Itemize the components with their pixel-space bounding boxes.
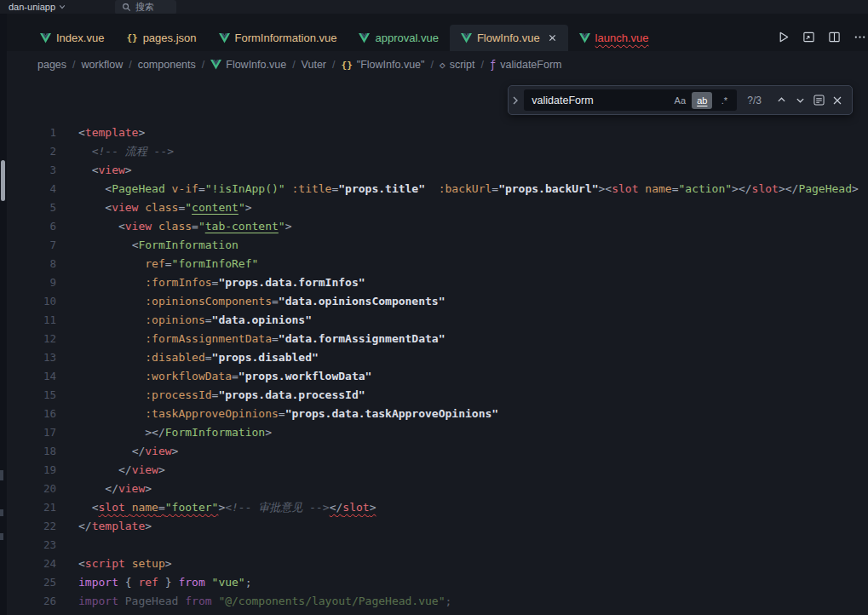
breadcrumb-item-validateForm[interactable]: ƒvalidateForm <box>490 59 561 71</box>
breadcrumb-label: script <box>450 59 475 71</box>
code-line[interactable]: 18 </view> <box>7 442 868 461</box>
line-number[interactable]: 14 <box>7 367 56 386</box>
regex-toggle[interactable]: .* <box>714 92 734 109</box>
editor[interactable]: 1<template>2 <!-- 流程 -->3 <view>4 <PageH… <box>7 78 868 615</box>
code-line[interactable]: 19 </view> <box>7 461 868 480</box>
code-line[interactable]: 23 <box>7 536 868 555</box>
close-icon[interactable] <box>548 33 557 43</box>
line-number[interactable]: 16 <box>7 405 56 423</box>
code-line[interactable]: 9 :formInfos="props.data.formInfos" <box>7 273 868 292</box>
line-number[interactable]: 1 <box>7 124 56 142</box>
code-line[interactable]: 14 :workflowData="props.workflowData" <box>7 367 868 386</box>
breadcrumb-item-FlowInfo.vue[interactable]: {}"FlowInfo.vue" <box>342 59 425 71</box>
code-line[interactable]: 25import { ref } from "vue"; <box>7 573 868 592</box>
line-number[interactable]: 6 <box>7 217 56 236</box>
line-number[interactable]: 11 <box>7 311 56 330</box>
whole-word-toggle[interactable]: ab <box>692 92 712 109</box>
code-line[interactable]: 10 :opinionsComponents="data.opinionsCom… <box>7 292 868 311</box>
tab-launch.vue[interactable]: launch.vue <box>568 25 660 51</box>
code-line[interactable]: 6 <view class="tab-content"> <box>7 217 868 236</box>
line-number[interactable]: 12 <box>7 330 56 348</box>
line-number[interactable]: 20 <box>7 480 56 498</box>
line-number[interactable]: 9 <box>7 273 56 292</box>
tab-FlowInfo.vue[interactable]: FlowInfo.vue <box>450 25 568 51</box>
code-line[interactable]: 17 ></FormInformation> <box>7 423 868 442</box>
next-match-button[interactable] <box>790 91 809 110</box>
breadcrumb-item-FlowInfo.vue[interactable]: FlowInfo.vue <box>210 59 286 71</box>
line-number[interactable]: 19 <box>7 461 56 480</box>
code-line-content: :workflowData="props.workflowData" <box>78 367 868 386</box>
line-number[interactable]: 10 <box>7 292 56 311</box>
line-number[interactable]: 17 <box>7 423 56 442</box>
search-menu[interactable]: 搜索 <box>115 0 176 14</box>
project-menu[interactable]: dan-uniapp <box>9 2 66 12</box>
vscode-window: dan-uniapp 搜索 Index.vue{}pages.jsonFormI… <box>0 0 868 615</box>
open-preview-button[interactable] <box>802 31 815 43</box>
previous-match-button[interactable] <box>772 91 790 110</box>
sliver-mark <box>0 533 3 540</box>
code-line[interactable]: 1<template> <box>7 124 868 142</box>
search-icon <box>122 3 131 12</box>
find-input[interactable]: validateForm Aaab.* <box>524 89 737 111</box>
line-number[interactable]: 26 <box>7 592 56 611</box>
code-line[interactable]: 16 :taskApproveOpinions="props.data.task… <box>7 405 868 423</box>
code-line[interactable]: 7 <FormInformation <box>7 236 868 255</box>
code-line[interactable]: 13 :disabled="props.disabled" <box>7 348 868 367</box>
tab-FormInformation.vue[interactable]: FormInformation.vue <box>208 25 348 51</box>
tab-pages.json[interactable]: {}pages.json <box>115 25 207 51</box>
close-find-button[interactable] <box>828 91 847 110</box>
code-line[interactable]: 2 <!-- 流程 --> <box>7 142 868 161</box>
code-line-content: :disabled="props.disabled" <box>78 348 868 367</box>
breadcrumb-label: pages <box>37 59 66 71</box>
toggle-replace-chevron-icon[interactable] <box>509 95 522 106</box>
code-area[interactable]: 1<template>2 <!-- 流程 -->3 <view>4 <PageH… <box>7 124 868 611</box>
find-in-selection-button[interactable] <box>809 91 828 110</box>
breadcrumb-item-script[interactable]: ◇script <box>440 59 475 71</box>
line-number[interactable]: 22 <box>7 517 56 536</box>
code-line-content: <PageHead v-if="!isInApp()" :title="prop… <box>78 180 868 198</box>
line-number[interactable]: 8 <box>7 255 56 273</box>
breadcrumb-separator: / <box>292 59 295 71</box>
line-number[interactable]: 3 <box>7 161 56 180</box>
breadcrumb-separator: / <box>72 59 75 71</box>
breadcrumb-label: "FlowInfo.vue" <box>357 59 425 71</box>
line-number[interactable]: 23 <box>7 536 56 555</box>
tab-approval.vue[interactable]: approval.vue <box>348 25 449 51</box>
json-icon: {} <box>126 32 137 43</box>
breadcrumb-item-workflow[interactable]: workflow <box>82 59 124 71</box>
code-line[interactable]: 3 <view> <box>7 161 868 180</box>
breadcrumb-item-pages[interactable]: pages <box>37 59 66 71</box>
code-line[interactable]: 21 <slot name="footer"><!-- 审批意见 --></sl… <box>7 498 868 517</box>
more-actions-button[interactable] <box>854 31 866 43</box>
code-line[interactable]: 12 :formAssignmentData="data.formAssignm… <box>7 330 868 348</box>
code-line[interactable]: 11 :opinions="data.opinions" <box>7 311 868 330</box>
scrollbar-thumb[interactable] <box>1 160 5 201</box>
split-editor-button[interactable] <box>828 31 841 43</box>
line-number[interactable]: 21 <box>7 498 56 517</box>
line-number[interactable]: 4 <box>7 180 56 198</box>
match-case-toggle[interactable]: Aa <box>670 92 690 109</box>
code-line[interactable]: 20 </view> <box>7 480 868 498</box>
code-line-content: <script setup> <box>78 555 868 573</box>
line-number[interactable]: 15 <box>7 386 56 405</box>
line-number[interactable]: 18 <box>7 442 56 461</box>
braces-icon: {} <box>342 60 353 71</box>
line-number[interactable]: 25 <box>7 573 56 592</box>
tab-Index.vue[interactable]: Index.vue <box>29 25 115 51</box>
code-line[interactable]: 5 <view class="content"> <box>7 198 868 217</box>
line-number[interactable]: 2 <box>7 142 56 161</box>
code-line[interactable]: 8 ref="formInfoRef" <box>7 255 868 273</box>
code-line[interactable]: 26import PageHead from "@/components/lay… <box>7 592 868 611</box>
line-number[interactable]: 24 <box>7 555 56 573</box>
code-line-content: import PageHead from "@/components/layou… <box>78 592 868 611</box>
run-button[interactable] <box>777 31 790 43</box>
line-number[interactable]: 7 <box>7 236 56 255</box>
breadcrumb-item-Vuter[interactable]: Vuter <box>302 59 326 71</box>
code-line[interactable]: 15 :processId="props.data.processId" <box>7 386 868 405</box>
line-number[interactable]: 13 <box>7 348 56 367</box>
breadcrumb-item-components[interactable]: components <box>138 59 196 71</box>
code-line[interactable]: 24<script setup> <box>7 555 868 573</box>
line-number[interactable]: 5 <box>7 198 56 217</box>
code-line[interactable]: 4 <PageHead v-if="!isInApp()" :title="pr… <box>7 180 868 198</box>
code-line[interactable]: 22</template> <box>7 517 868 536</box>
